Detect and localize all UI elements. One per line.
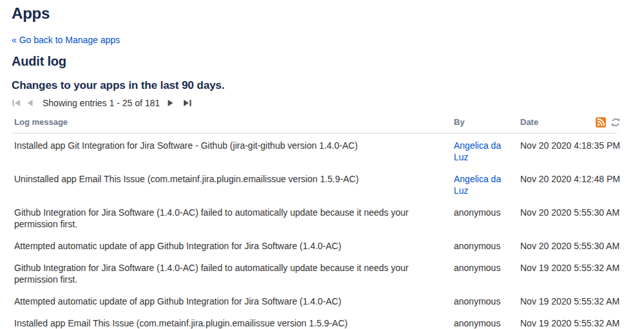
- by-cell: anonymous: [451, 201, 518, 234]
- by-cell: anonymous: [451, 290, 518, 312]
- column-header-log-message: Log message: [12, 113, 451, 133]
- go-back-manage-apps-link[interactable]: « Go back to Manage apps: [12, 35, 120, 45]
- table-row: Installed app Email This Issue (com.meta…: [12, 312, 617, 329]
- table-row: Attempted automatic update of app Github…: [12, 234, 617, 256]
- rss-feed-icon[interactable]: [596, 117, 606, 127]
- audit-log-page: Apps « Go back to Manage apps Audit log …: [0, 0, 644, 329]
- pagination-bar: Showing entries 1 - 25 of 181: [12, 97, 632, 109]
- table-row: Github Integration for Jira Software (1.…: [12, 256, 617, 290]
- by-user-text: anonymous: [454, 296, 500, 306]
- log-message-cell: Github Integration for Jira Software (1.…: [12, 256, 451, 290]
- by-cell: anonymous: [451, 234, 518, 256]
- by-user-text: anonymous: [454, 263, 500, 273]
- last-page-icon[interactable]: [182, 99, 191, 108]
- date-cell: Nov 20 2020 4:18:35 PM: [518, 133, 593, 167]
- log-message-cell: Installed app Email This Issue (com.meta…: [12, 312, 451, 329]
- by-user-text: anonymous: [454, 318, 500, 328]
- table-row: Github Integration for Jira Software (1.…: [12, 201, 617, 234]
- table-header-row: Log message By Date: [12, 113, 617, 133]
- table-row: Attempted automatic update of app Github…: [12, 290, 617, 312]
- date-cell: Nov 19 2020 5:55:32 AM: [518, 312, 593, 329]
- audit-log-title: Audit log: [12, 53, 632, 69]
- table-row: Uninstalled app Email This Issue (com.me…: [12, 167, 617, 201]
- log-message-cell: Attempted automatic update of app Github…: [12, 290, 451, 312]
- by-cell: anonymous: [451, 256, 518, 290]
- log-message-cell: Installed app Git Integration for Jira S…: [12, 133, 451, 167]
- header-icons-cell: [593, 113, 617, 133]
- date-cell: Nov 20 2020 4:12:48 PM: [518, 167, 593, 201]
- by-user-text: anonymous: [454, 241, 500, 251]
- date-cell: Nov 19 2020 5:55:32 AM: [518, 256, 593, 290]
- by-user-link[interactable]: Angelica da Luz: [454, 140, 501, 162]
- first-page-icon[interactable]: [12, 99, 21, 108]
- log-message-cell: Github Integration for Jira Software (1.…: [12, 201, 451, 234]
- audit-log-subtitle: Changes to your apps in the last 90 days…: [12, 79, 632, 93]
- log-message-cell: Attempted automatic update of app Github…: [12, 234, 451, 256]
- date-cell: Nov 20 2020 5:55:30 AM: [518, 234, 593, 256]
- log-message-cell: Uninstalled app Email This Issue (com.me…: [12, 167, 451, 201]
- by-cell: Angelica da Luz: [451, 167, 518, 201]
- next-page-icon[interactable]: [166, 99, 175, 108]
- date-cell: Nov 20 2020 5:55:30 AM: [518, 201, 593, 234]
- refresh-icon[interactable]: [610, 117, 621, 127]
- column-header-date: Date: [518, 113, 593, 133]
- by-user-text: anonymous: [454, 207, 500, 218]
- table-row: Installed app Git Integration for Jira S…: [12, 133, 617, 167]
- by-cell: Angelica da Luz: [451, 133, 518, 167]
- pagination-label: Showing entries 1 - 25 of 181: [43, 98, 160, 108]
- date-cell: Nov 19 2020 5:55:32 AM: [518, 290, 593, 312]
- by-user-link[interactable]: Angelica da Luz: [454, 174, 501, 196]
- previous-page-icon[interactable]: [25, 99, 34, 108]
- page-title: Apps: [12, 4, 632, 23]
- audit-log-table: Log message By Date: [12, 113, 617, 329]
- column-header-by: By: [451, 113, 518, 133]
- by-cell: anonymous: [451, 312, 518, 329]
